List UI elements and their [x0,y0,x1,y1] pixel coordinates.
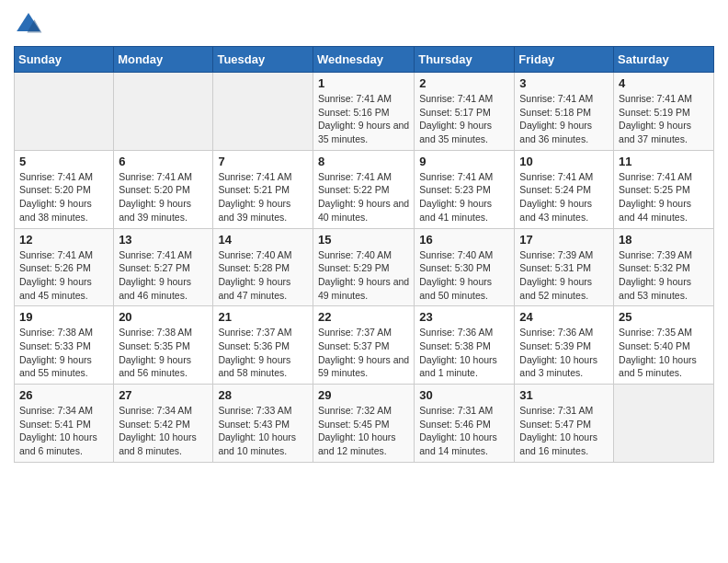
calendar-cell: 20Sunrise: 7:38 AMSunset: 5:35 PMDayligh… [114,306,213,385]
calendar-cell: 5Sunrise: 7:41 AMSunset: 5:20 PMDaylight… [15,150,114,228]
week-row-4: 26Sunrise: 7:34 AMSunset: 5:41 PMDayligh… [15,385,714,463]
day-info: Sunrise: 7:41 AMSunset: 5:20 PMDaylight:… [19,170,108,224]
calendar-cell: 6Sunrise: 7:41 AMSunset: 5:20 PMDaylight… [114,150,213,228]
day-number: 31 [519,388,609,402]
calendar-cell: 2Sunrise: 7:41 AMSunset: 5:17 PMDaylight… [415,73,515,151]
day-number: 4 [619,76,709,90]
day-info: Sunrise: 7:32 AMSunset: 5:45 PMDaylight:… [318,404,409,458]
day-info: Sunrise: 7:37 AMSunset: 5:36 PMDaylight:… [218,326,308,380]
calendar-cell: 31Sunrise: 7:31 AMSunset: 5:47 PMDayligh… [515,385,614,463]
day-info: Sunrise: 7:41 AMSunset: 5:17 PMDaylight:… [419,92,509,146]
calendar-cell: 11Sunrise: 7:41 AMSunset: 5:25 PMDayligh… [614,150,714,228]
calendar-cell: 16Sunrise: 7:40 AMSunset: 5:30 PMDayligh… [415,228,515,306]
day-info: Sunrise: 7:40 AMSunset: 5:30 PMDaylight:… [419,248,509,303]
day-info: Sunrise: 7:41 AMSunset: 5:21 PMDaylight:… [218,170,308,224]
calendar-header: SundayMondayTuesdayWednesdayThursdayFrid… [15,47,714,73]
day-number: 16 [419,233,509,247]
day-number: 6 [119,155,208,168]
calendar-body: 1Sunrise: 7:41 AMSunset: 5:16 PMDaylight… [15,73,714,463]
week-row-2: 12Sunrise: 7:41 AMSunset: 5:26 PMDayligh… [15,228,714,306]
day-info: Sunrise: 7:41 AMSunset: 5:25 PMDaylight:… [619,170,709,224]
day-number: 11 [619,155,709,168]
day-number: 17 [519,233,609,247]
day-info: Sunrise: 7:38 AMSunset: 5:35 PMDaylight:… [119,326,208,380]
day-header-wednesday: Wednesday [313,47,414,73]
day-number: 14 [218,233,308,247]
calendar-cell: 7Sunrise: 7:41 AMSunset: 5:21 PMDaylight… [213,150,313,228]
calendar-cell: 13Sunrise: 7:41 AMSunset: 5:27 PMDayligh… [114,228,213,306]
calendar-cell: 17Sunrise: 7:39 AMSunset: 5:31 PMDayligh… [515,228,614,306]
day-number: 15 [318,233,409,247]
calendar-cell: 15Sunrise: 7:40 AMSunset: 5:29 PMDayligh… [313,228,414,306]
calendar-cell: 27Sunrise: 7:34 AMSunset: 5:42 PMDayligh… [114,385,213,463]
day-number: 10 [519,155,609,168]
calendar-cell: 29Sunrise: 7:32 AMSunset: 5:45 PMDayligh… [313,385,414,463]
day-info: Sunrise: 7:31 AMSunset: 5:47 PMDaylight:… [519,404,609,458]
day-info: Sunrise: 7:35 AMSunset: 5:40 PMDaylight:… [619,326,709,380]
calendar-cell: 22Sunrise: 7:37 AMSunset: 5:37 PMDayligh… [313,306,414,385]
calendar-cell [213,73,313,151]
day-header-saturday: Saturday [614,47,714,73]
day-number: 24 [519,310,609,324]
calendar-cell: 4Sunrise: 7:41 AMSunset: 5:19 PMDaylight… [614,73,714,151]
calendar-cell: 28Sunrise: 7:33 AMSunset: 5:43 PMDayligh… [213,385,313,463]
day-info: Sunrise: 7:38 AMSunset: 5:33 PMDaylight:… [19,326,108,380]
week-row-0: 1Sunrise: 7:41 AMSunset: 5:16 PMDaylight… [15,73,714,151]
day-number: 22 [318,310,409,324]
day-info: Sunrise: 7:39 AMSunset: 5:32 PMDaylight:… [619,248,709,303]
day-info: Sunrise: 7:36 AMSunset: 5:38 PMDaylight:… [419,326,509,380]
calendar-cell: 1Sunrise: 7:41 AMSunset: 5:16 PMDaylight… [313,73,414,151]
calendar-cell: 3Sunrise: 7:41 AMSunset: 5:18 PMDaylight… [515,73,614,151]
day-info: Sunrise: 7:36 AMSunset: 5:39 PMDaylight:… [519,326,609,380]
day-header-monday: Monday [114,47,213,73]
day-info: Sunrise: 7:39 AMSunset: 5:31 PMDaylight:… [519,248,609,303]
calendar-cell: 21Sunrise: 7:37 AMSunset: 5:36 PMDayligh… [213,306,313,385]
day-info: Sunrise: 7:41 AMSunset: 5:22 PMDaylight:… [318,170,409,224]
day-header-friday: Friday [515,47,614,73]
day-number: 8 [318,155,409,168]
calendar-cell: 19Sunrise: 7:38 AMSunset: 5:33 PMDayligh… [15,306,114,385]
calendar-cell [15,73,114,151]
calendar-cell: 12Sunrise: 7:41 AMSunset: 5:26 PMDayligh… [15,228,114,306]
calendar-cell: 26Sunrise: 7:34 AMSunset: 5:41 PMDayligh… [15,385,114,463]
day-info: Sunrise: 7:41 AMSunset: 5:20 PMDaylight:… [119,170,208,224]
day-number: 7 [218,155,308,168]
week-row-3: 19Sunrise: 7:38 AMSunset: 5:33 PMDayligh… [15,306,714,385]
day-info: Sunrise: 7:41 AMSunset: 5:23 PMDaylight:… [419,170,509,224]
day-info: Sunrise: 7:34 AMSunset: 5:42 PMDaylight:… [119,404,208,458]
day-number: 21 [218,310,308,324]
day-header-sunday: Sunday [15,47,114,73]
calendar-cell: 14Sunrise: 7:40 AMSunset: 5:28 PMDayligh… [213,228,313,306]
calendar-cell: 10Sunrise: 7:41 AMSunset: 5:24 PMDayligh… [515,150,614,228]
day-number: 12 [19,233,108,247]
day-number: 2 [419,76,509,90]
calendar-table: SundayMondayTuesdayWednesdayThursdayFrid… [14,46,714,463]
day-number: 25 [619,310,709,324]
logo-icon [14,9,43,39]
day-number: 1 [318,76,409,90]
day-info: Sunrise: 7:37 AMSunset: 5:37 PMDaylight:… [318,326,409,380]
day-number: 9 [419,155,509,168]
day-info: Sunrise: 7:41 AMSunset: 5:18 PMDaylight:… [519,92,609,146]
day-header-thursday: Thursday [415,47,515,73]
day-number: 30 [419,388,509,402]
day-info: Sunrise: 7:40 AMSunset: 5:29 PMDaylight:… [318,248,409,303]
calendar-cell: 23Sunrise: 7:36 AMSunset: 5:38 PMDayligh… [415,306,515,385]
page-header [14,9,714,39]
calendar-cell: 8Sunrise: 7:41 AMSunset: 5:22 PMDaylight… [313,150,414,228]
day-info: Sunrise: 7:40 AMSunset: 5:28 PMDaylight:… [218,248,308,303]
day-number: 13 [119,233,208,247]
day-number: 23 [419,310,509,324]
calendar-cell: 18Sunrise: 7:39 AMSunset: 5:32 PMDayligh… [614,228,714,306]
day-number: 28 [218,388,308,402]
day-info: Sunrise: 7:41 AMSunset: 5:19 PMDaylight:… [619,92,709,146]
day-info: Sunrise: 7:41 AMSunset: 5:26 PMDaylight:… [19,248,108,303]
day-number: 20 [119,310,208,324]
day-info: Sunrise: 7:41 AMSunset: 5:27 PMDaylight:… [119,248,208,303]
day-number: 3 [519,76,609,90]
calendar-cell [614,385,714,463]
day-number: 26 [19,388,108,402]
calendar-cell: 24Sunrise: 7:36 AMSunset: 5:39 PMDayligh… [515,306,614,385]
day-number: 18 [619,233,709,247]
day-number: 27 [119,388,208,402]
